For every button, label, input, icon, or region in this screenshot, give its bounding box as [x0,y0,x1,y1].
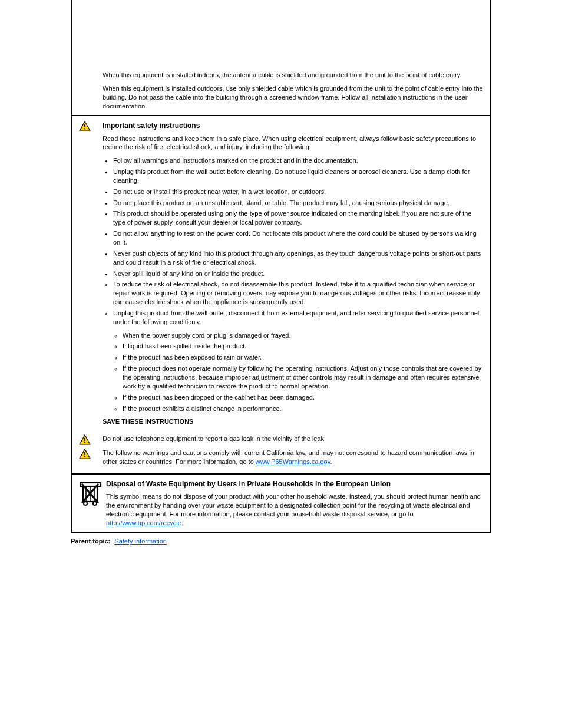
svg-rect-4 [84,438,85,441]
list-item: If the product does not operate normally… [123,364,483,391]
svg-rect-8 [84,456,85,457]
safety-row-1: Important safety instructions Read these… [79,121,483,431]
recycle-link[interactable]: http://www.hp.com/recycle [106,519,181,526]
list-item: If the product has been exposed to rain … [123,353,483,362]
safety-list: Follow all warnings and instructions mar… [103,156,483,326]
ca-warnings-link[interactable]: www.P65Warnings.ca.gov [256,458,330,465]
list-item: Unplug this product from the wall outlet… [113,309,483,327]
weee-icon [79,479,106,506]
safety-closing: SAVE THESE INSTRUCTIONS [103,417,483,426]
safety-heading: Important safety instructions [103,121,483,130]
list-item: Follow all warnings and instructions mar… [113,156,483,165]
list-item: To reduce the risk of electrical shock, … [113,280,483,307]
cell1-p2: When this equipment is installed outdoor… [103,84,483,111]
disposal-body: This symbol means do not dispose of your… [106,492,483,527]
list-item: Do not place this product on an unstable… [113,199,483,207]
page-root: When this equipment is installed indoors… [0,0,562,571]
list-item: Do not allow anything to rest on the pow… [113,229,483,247]
safety-text-1: Important safety instructions Read these… [103,121,483,431]
list-item: This product should be operated using on… [113,209,483,227]
list-item: When the power supply cord or plug is da… [123,331,483,340]
safety-w3: The following warnings and cautions comp… [103,449,483,466]
disposal-text: Disposal of Waste Equipment by Users in … [106,479,483,528]
warning-icon [79,121,103,131]
disposal-row: Disposal of Waste Equipment by Users in … [79,479,483,528]
footer-links: Parent topic: Safety information [71,538,491,545]
safety-row-3: The following warnings and cautions comp… [79,449,483,466]
safety-text-2: Do not use telephone equipment to report… [103,434,483,443]
cell-safety: Important safety instructions Read these… [72,116,490,475]
content-frame: When this equipment is installed indoors… [71,0,491,533]
list-item: If the product exhibits a distinct chang… [123,404,483,413]
svg-point-14 [84,502,87,505]
list-item: Never push objects of any kind into this… [113,249,483,267]
list-item: Unplug this product from the wall outlet… [113,167,483,185]
disposal-before: This symbol means do not dispose of your… [106,493,481,518]
list-item: Never spill liquid of any kind on or ins… [113,269,483,278]
parent-topic-link[interactable]: Safety information [114,538,167,545]
list-item: If liquid has been spilled inside the pr… [123,342,483,351]
svg-rect-2 [84,129,85,130]
safety-w2: Do not use telephone equipment to report… [103,434,483,443]
safety-sublist: When the power supply cord or plug is da… [103,331,483,413]
svg-rect-7 [84,452,85,455]
cell1-row: When this equipment is installed indoors… [79,71,483,110]
parent-topic-label: Parent topic: [71,538,110,545]
cell-indoor-outdoor: When this equipment is installed indoors… [72,0,490,116]
cell1-p1: When this equipment is installed indoors… [103,71,483,80]
svg-point-15 [93,502,97,505]
safety-text-3: The following warnings and cautions comp… [103,449,483,466]
svg-rect-1 [84,124,85,127]
safety-intro: Read these instructions and keep them in… [103,134,483,152]
w3-after: . [330,458,332,465]
warning-icon [79,449,103,459]
list-item: Do not use or install this product near … [113,187,483,196]
svg-rect-5 [84,442,85,443]
disposal-heading: Disposal of Waste Equipment by Users in … [106,479,483,489]
warning-icon [79,434,103,445]
safety-row-2: Do not use telephone equipment to report… [79,434,483,445]
cell1-text: When this equipment is installed indoors… [103,71,483,110]
list-item: If the product has been dropped or the c… [123,393,483,402]
disposal-after: . [181,519,183,526]
cell-disposal: Disposal of Waste Equipment by Users in … [72,475,490,533]
